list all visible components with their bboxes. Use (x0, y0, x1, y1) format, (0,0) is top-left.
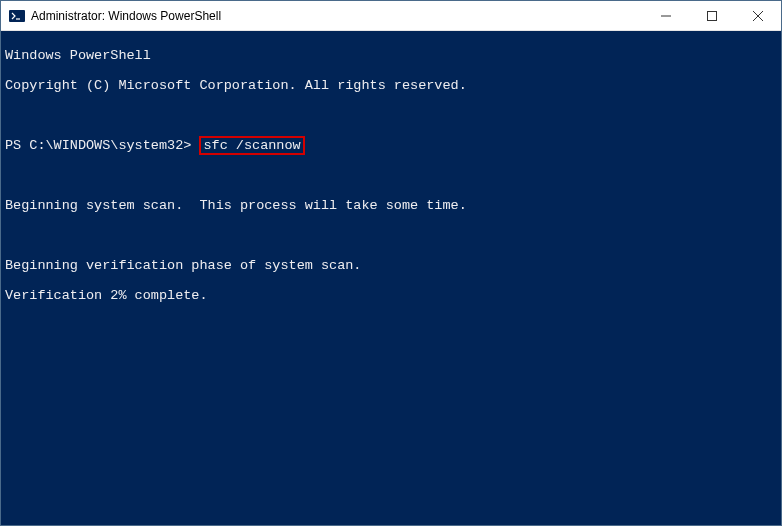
maximize-button[interactable] (689, 1, 735, 30)
terminal-blank (5, 108, 777, 123)
terminal-line: Beginning system scan. This process will… (5, 198, 777, 213)
svg-rect-0 (9, 10, 25, 22)
terminal-line: Beginning verification phase of system s… (5, 258, 777, 273)
terminal-line: Windows PowerShell (5, 48, 777, 63)
command-highlight: sfc /scannow (199, 136, 304, 155)
terminal-line: Verification 2% complete. (5, 288, 777, 303)
powershell-icon (9, 8, 25, 24)
terminal-line: Copyright (C) Microsoft Corporation. All… (5, 78, 777, 93)
minimize-button[interactable] (643, 1, 689, 30)
window-title: Administrator: Windows PowerShell (31, 9, 643, 23)
svg-rect-3 (708, 11, 717, 20)
terminal-output[interactable]: Windows PowerShell Copyright (C) Microso… (1, 31, 781, 525)
window-controls (643, 1, 781, 30)
close-button[interactable] (735, 1, 781, 30)
terminal-prompt-line: PS C:\WINDOWS\system32> sfc /scannow (5, 138, 777, 153)
terminal-blank (5, 228, 777, 243)
prompt-text: PS C:\WINDOWS\system32> (5, 138, 199, 153)
terminal-blank (5, 168, 777, 183)
titlebar: Administrator: Windows PowerShell (1, 1, 781, 31)
